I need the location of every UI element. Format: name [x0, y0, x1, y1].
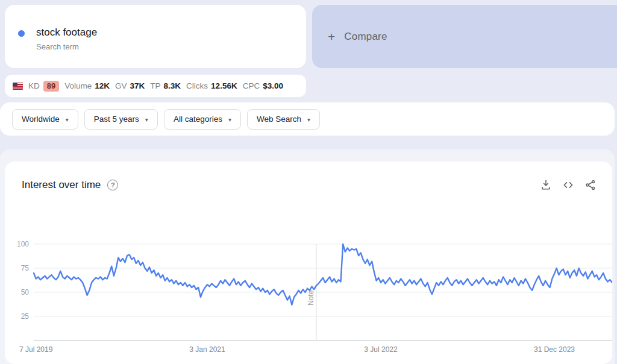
svg-text:31 Dec 2023: 31 Dec 2023: [534, 345, 575, 354]
svg-text:75: 75: [21, 264, 30, 272]
svg-text:50: 50: [21, 288, 30, 297]
metric-label: Volume: [64, 81, 92, 90]
compare-label: Compare: [344, 31, 387, 43]
metric-value: 37K: [130, 81, 145, 90]
svg-text:3 Jan 2021: 3 Jan 2021: [189, 345, 225, 354]
region-filter-dropdown[interactable]: Worldwide ▾: [12, 109, 78, 130]
svg-text:Note: Note: [307, 290, 315, 306]
metric-label: CPC: [243, 81, 260, 90]
search-term-card[interactable]: stock footage Search term: [5, 5, 306, 68]
metric-label: Clicks: [186, 81, 208, 90]
chevron-down-icon: ▾: [66, 116, 69, 123]
chevron-down-icon: ▾: [145, 116, 148, 123]
svg-text:25: 25: [21, 312, 30, 321]
search-term-subtitle: Search term: [36, 42, 79, 51]
search-term-title: stock footage: [36, 27, 97, 39]
chevron-down-icon: ▾: [307, 116, 310, 123]
category-filter-dropdown[interactable]: All categories ▾: [164, 109, 241, 130]
compare-button[interactable]: + Compare: [312, 5, 617, 68]
share-icon[interactable]: [583, 178, 598, 192]
interest-over-time-card: Interest over time ? 255075100Note7 Jul …: [5, 162, 612, 364]
metric-label: GV: [115, 81, 127, 90]
chevron-down-icon: ▾: [228, 116, 231, 123]
metric-value: $3.00: [263, 81, 283, 90]
metric-label: TP: [150, 81, 160, 90]
plus-icon: +: [328, 30, 335, 43]
download-icon[interactable]: [539, 178, 553, 192]
filter-bar: Worldwide ▾ Past 5 years ▾ All categorie…: [0, 102, 615, 136]
svg-text:100: 100: [17, 240, 29, 248]
metric-value: 12.56K: [211, 81, 237, 90]
series-color-dot: [18, 30, 25, 37]
embed-icon[interactable]: [561, 178, 575, 192]
us-flag-icon: [13, 83, 23, 90]
help-icon[interactable]: ?: [107, 180, 118, 190]
keyword-metrics-bar: KD 89 Volume 12K GV 37K TP 8.3K Clicks 1…: [5, 75, 306, 97]
metric-value: 8.3K: [164, 81, 181, 90]
kd-label: KD: [28, 81, 40, 90]
interest-chart[interactable]: 255075100Note7 Jul 20193 Jan 20213 Jul 2…: [5, 232, 612, 356]
chart-title: Interest over time: [22, 179, 101, 191]
svg-text:3 Jul 2022: 3 Jul 2022: [364, 345, 398, 354]
svg-text:7 Jul 2019: 7 Jul 2019: [19, 345, 53, 354]
search-type-filter-dropdown[interactable]: Web Search ▾: [247, 109, 320, 130]
metric-value: 12K: [95, 81, 110, 90]
time-range-filter-dropdown[interactable]: Past 5 years ▾: [84, 109, 158, 130]
kd-badge: 89: [43, 81, 59, 92]
